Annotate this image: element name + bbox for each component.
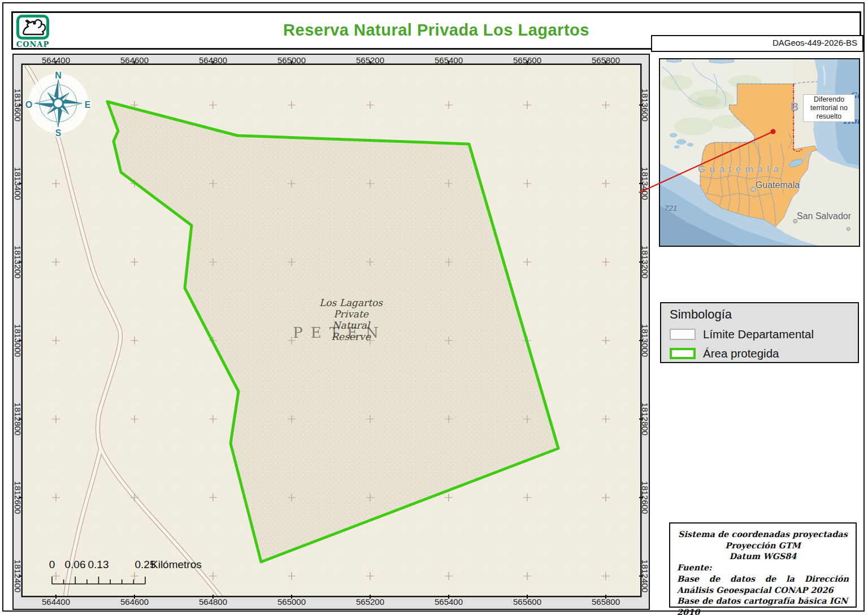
grid-tick bbox=[448, 595, 449, 599]
grid-tick bbox=[639, 104, 643, 106]
grid-tick bbox=[639, 418, 643, 420]
territorial-note-line: Diferendo bbox=[804, 95, 854, 104]
legend: Simbología Límite DepartamentalÁrea prot… bbox=[660, 302, 859, 363]
grid-tick bbox=[134, 61, 135, 65]
reserve-name-line: Reserve bbox=[319, 331, 383, 342]
scale-bar-label: 0.06 bbox=[65, 559, 86, 571]
locator-inset-map: Guatemala Guatemala San Salvador 721 Gu … bbox=[659, 58, 860, 247]
grid-tick bbox=[605, 595, 606, 599]
scale-bar-label: 0.13 bbox=[88, 559, 109, 571]
grid-tick bbox=[19, 104, 23, 106]
compass-rose: NSEO bbox=[24, 69, 92, 137]
grid-tick bbox=[639, 575, 643, 577]
map-sheet: Reserva Natural Privada Los Lagartos CON… bbox=[0, 0, 868, 615]
grid-tick bbox=[212, 595, 214, 599]
grid-tick bbox=[19, 575, 23, 577]
reserve-name-line: Private bbox=[319, 308, 383, 320]
grid-tick bbox=[370, 595, 371, 599]
source-info-box: Sistema de coordenadas proyectadasProyec… bbox=[669, 522, 857, 608]
compass-letter: S bbox=[55, 128, 62, 138]
info-source-line: Base de datos de la Dirección Análisis G… bbox=[677, 573, 849, 595]
scale-bar-unit: Kilómetros bbox=[151, 559, 202, 571]
monkey-icon bbox=[19, 18, 46, 37]
scale-bar-label: 0 bbox=[49, 559, 55, 571]
legend-item-label: Área protegida bbox=[703, 347, 779, 360]
info-centered-line: Sistema de coordenadas proyectadas bbox=[677, 529, 849, 540]
grid-tick bbox=[212, 61, 214, 65]
grid-tick bbox=[291, 61, 292, 65]
belize-label-fragment: B bbox=[791, 101, 798, 114]
legend-title: Simbología bbox=[670, 307, 858, 322]
inset-capital-label: Guatemala bbox=[756, 180, 800, 190]
compass-letter: O bbox=[25, 100, 32, 110]
grid-tick bbox=[639, 261, 643, 263]
info-centered-line: Datum WGS84 bbox=[677, 551, 849, 562]
reserve-name-label: Los LagartosPrivateNaturalReserve bbox=[319, 297, 383, 342]
territorial-note-line: resuelto bbox=[804, 112, 854, 121]
legend-item: Área protegida bbox=[670, 347, 858, 360]
reserve-name-line: Los Lagartos bbox=[319, 297, 383, 308]
inset-city-label: San Salvador bbox=[797, 211, 851, 221]
grid-tick bbox=[19, 418, 23, 420]
legend-item: Límite Departamental bbox=[670, 328, 858, 341]
legend-item-label: Límite Departamental bbox=[703, 328, 814, 341]
doc-code-box: DAGeos-449-2026-BS bbox=[651, 35, 863, 52]
compass-letter: N bbox=[55, 71, 62, 80]
grid-tick bbox=[19, 183, 23, 184]
territorial-note: Diferendoterritorial noresuelto bbox=[803, 94, 855, 122]
grid-tick bbox=[134, 595, 135, 599]
grid-tick bbox=[19, 497, 23, 498]
inset-depth-label: 721 bbox=[665, 204, 678, 212]
info-source-label: Fuente: bbox=[677, 562, 849, 573]
info-centered-line: Proyección GTM bbox=[677, 540, 849, 551]
compass-letter: E bbox=[85, 100, 91, 110]
grid-tick bbox=[639, 340, 643, 341]
grid-tick bbox=[55, 61, 57, 65]
info-source-line: Base de datos cartografía básica IGN 201… bbox=[677, 595, 849, 615]
reserve-name-line: Natural bbox=[319, 320, 383, 331]
inset-country-label: Guatemala bbox=[698, 164, 783, 175]
grid-tick bbox=[19, 261, 23, 263]
grid-tick bbox=[55, 595, 57, 599]
grid-tick bbox=[527, 61, 528, 65]
grid-tick bbox=[639, 183, 643, 184]
grid-tick bbox=[291, 595, 292, 599]
grid-tick bbox=[19, 340, 23, 341]
legend-swatch bbox=[670, 329, 696, 340]
conap-logo: CONAP bbox=[15, 15, 51, 50]
territorial-note-line: territorial no bbox=[804, 104, 854, 112]
city-dot bbox=[847, 227, 850, 230]
grid-tick bbox=[605, 61, 606, 65]
grid-tick bbox=[527, 595, 528, 599]
grid-tick bbox=[370, 61, 371, 65]
scale-bar bbox=[45, 570, 215, 587]
conap-logo-text: CONAP bbox=[15, 40, 51, 49]
doc-code: DAGeos-449-2026-BS bbox=[772, 38, 857, 47]
legend-swatch bbox=[670, 348, 696, 359]
conap-logo-badge bbox=[16, 15, 49, 40]
grid-tick bbox=[448, 61, 449, 65]
grid-tick bbox=[639, 497, 643, 498]
